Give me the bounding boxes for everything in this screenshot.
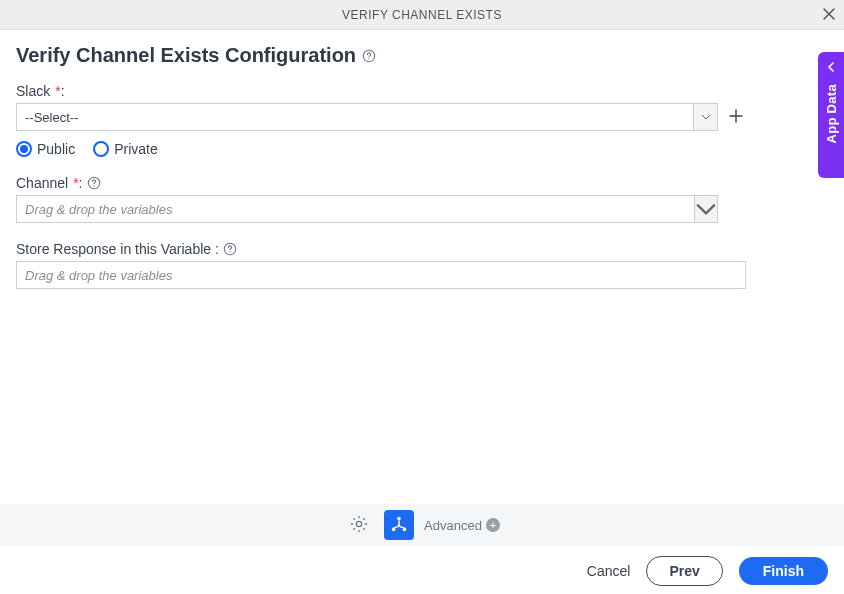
footer-toolbar: Advanced + [0,504,844,546]
advanced-toggle[interactable]: Advanced + [424,518,500,533]
svg-point-1 [368,58,369,59]
close-button[interactable] [822,0,836,30]
store-input-row [16,261,746,289]
prev-button[interactable]: Prev [646,556,722,586]
advanced-label-text: Advanced [424,518,482,533]
help-icon[interactable] [362,49,376,63]
slack-select-value: --Select-- [25,110,78,125]
radio-private-indicator [93,141,109,157]
svg-point-6 [356,521,361,526]
slack-label: Slack [16,83,50,99]
chevron-down-icon[interactable] [694,195,718,223]
channel-colon: : [79,175,83,191]
slack-label-row: Slack *: [16,83,828,99]
app-data-label: App Data [824,84,839,143]
plus-icon [728,111,744,127]
page-title: Verify Channel Exists Configuration [16,44,356,67]
page-title-row: Verify Channel Exists Configuration [16,44,828,67]
radio-public-indicator [16,141,32,157]
chevron-down-icon [693,104,717,130]
slack-select[interactable]: --Select-- [16,103,718,131]
store-label-row: Store Response in this Variable : [16,241,828,257]
slack-colon: : [61,83,65,99]
config-form: Verify Channel Exists Configuration Slac… [0,30,844,289]
store-response-input[interactable] [16,261,746,289]
slack-select-row: --Select-- [16,103,746,131]
radio-public-label: Public [37,141,75,157]
channel-label-row: Channel *: [16,175,828,191]
close-icon [822,7,836,24]
visibility-radio-group: Public Private [16,141,828,157]
add-slack-button[interactable] [726,108,746,127]
radio-public[interactable]: Public [16,141,75,157]
footer-buttons: Cancel Prev Finish [587,556,828,586]
help-icon[interactable] [223,242,237,256]
finish-button[interactable]: Finish [739,557,828,585]
app-data-panel-toggle[interactable]: App Data [818,52,844,178]
svg-point-3 [93,185,94,186]
channel-label: Channel [16,175,68,191]
store-label: Store Response in this Variable : [16,241,219,257]
radio-private-label: Private [114,141,158,157]
svg-point-7 [397,516,401,520]
titlebar-title: VERIFY CHANNEL EXISTS [0,8,844,22]
cancel-button[interactable]: Cancel [587,563,631,579]
plus-circle-icon: + [486,518,500,532]
gear-icon [350,515,368,536]
branch-icon [390,515,408,536]
chevron-left-icon [825,60,837,76]
titlebar: VERIFY CHANNEL EXISTS [0,0,844,30]
channel-input[interactable] [16,195,718,223]
branch-tool[interactable] [384,510,414,540]
radio-private[interactable]: Private [93,141,158,157]
channel-input-row [16,195,718,223]
svg-point-5 [229,251,230,252]
help-icon[interactable] [87,176,101,190]
settings-tool[interactable] [344,510,374,540]
